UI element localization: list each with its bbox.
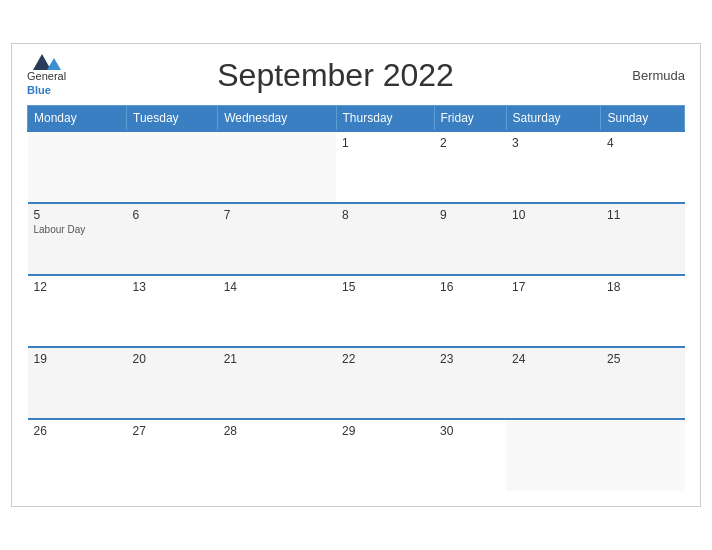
- day-number: 17: [512, 280, 595, 294]
- day-cell: 25: [601, 347, 685, 419]
- holiday-label: Labour Day: [34, 224, 121, 235]
- day-number: 12: [34, 280, 121, 294]
- day-number: 30: [440, 424, 500, 438]
- header-monday: Monday: [28, 105, 127, 131]
- week-row-2: 5Labour Day67891011: [28, 203, 685, 275]
- day-cell: [601, 419, 685, 491]
- header-thursday: Thursday: [336, 105, 434, 131]
- header-wednesday: Wednesday: [218, 105, 336, 131]
- day-number: 16: [440, 280, 500, 294]
- day-cell: 16: [434, 275, 506, 347]
- day-cell: [506, 419, 601, 491]
- week-row-5: 2627282930: [28, 419, 685, 491]
- calendar-header: General Blue September 2022 Bermuda: [27, 54, 685, 96]
- day-number: 6: [133, 208, 212, 222]
- day-cell: 22: [336, 347, 434, 419]
- day-number: 24: [512, 352, 595, 366]
- day-cell: 14: [218, 275, 336, 347]
- day-cell: 19: [28, 347, 127, 419]
- day-cell: 26: [28, 419, 127, 491]
- day-number: 10: [512, 208, 595, 222]
- header-friday: Friday: [434, 105, 506, 131]
- logo-blue: Blue: [27, 84, 51, 96]
- day-number: 29: [342, 424, 428, 438]
- day-cell: 15: [336, 275, 434, 347]
- week-row-4: 19202122232425: [28, 347, 685, 419]
- day-number: 22: [342, 352, 428, 366]
- day-cell: 21: [218, 347, 336, 419]
- day-cell: 17: [506, 275, 601, 347]
- day-cell: 1: [336, 131, 434, 203]
- calendar-table: Monday Tuesday Wednesday Thursday Friday…: [27, 105, 685, 491]
- day-cell: 11: [601, 203, 685, 275]
- day-cell: 4: [601, 131, 685, 203]
- day-number: 2: [440, 136, 500, 150]
- day-number: 27: [133, 424, 212, 438]
- day-cell: 20: [127, 347, 218, 419]
- day-number: 7: [224, 208, 330, 222]
- day-number: 4: [607, 136, 679, 150]
- day-cell: 3: [506, 131, 601, 203]
- day-cell: 27: [127, 419, 218, 491]
- day-number: 21: [224, 352, 330, 366]
- day-cell: [218, 131, 336, 203]
- day-number: 13: [133, 280, 212, 294]
- day-number: 9: [440, 208, 500, 222]
- day-number: 23: [440, 352, 500, 366]
- month-title: September 2022: [66, 57, 605, 94]
- day-cell: 9: [434, 203, 506, 275]
- day-cell: 13: [127, 275, 218, 347]
- day-cell: [28, 131, 127, 203]
- day-number: 14: [224, 280, 330, 294]
- logo-text: General Blue: [27, 70, 66, 96]
- day-cell: 28: [218, 419, 336, 491]
- day-number: 15: [342, 280, 428, 294]
- day-cell: 23: [434, 347, 506, 419]
- day-cell: 8: [336, 203, 434, 275]
- weekday-header-row: Monday Tuesday Wednesday Thursday Friday…: [28, 105, 685, 131]
- day-number: 28: [224, 424, 330, 438]
- day-cell: 7: [218, 203, 336, 275]
- day-number: 26: [34, 424, 121, 438]
- day-cell: [127, 131, 218, 203]
- day-number: 19: [34, 352, 121, 366]
- day-cell: 10: [506, 203, 601, 275]
- day-cell: 29: [336, 419, 434, 491]
- header-saturday: Saturday: [506, 105, 601, 131]
- day-cell: 5Labour Day: [28, 203, 127, 275]
- day-number: 25: [607, 352, 679, 366]
- day-number: 1: [342, 136, 428, 150]
- day-number: 11: [607, 208, 679, 222]
- week-row-3: 12131415161718: [28, 275, 685, 347]
- day-number: 20: [133, 352, 212, 366]
- calendar-container: General Blue September 2022 Bermuda Mond…: [11, 43, 701, 506]
- logo-triangle-blue: [47, 58, 61, 70]
- day-cell: 24: [506, 347, 601, 419]
- logo: General Blue: [27, 54, 66, 96]
- day-cell: 2: [434, 131, 506, 203]
- logo-general: General: [27, 70, 66, 82]
- day-number: 5: [34, 208, 121, 222]
- day-number: 8: [342, 208, 428, 222]
- day-cell: 6: [127, 203, 218, 275]
- day-cell: 12: [28, 275, 127, 347]
- day-number: 3: [512, 136, 595, 150]
- header-sunday: Sunday: [601, 105, 685, 131]
- day-number: 18: [607, 280, 679, 294]
- day-cell: 18: [601, 275, 685, 347]
- header-tuesday: Tuesday: [127, 105, 218, 131]
- week-row-1: 1234: [28, 131, 685, 203]
- day-cell: 30: [434, 419, 506, 491]
- region-label: Bermuda: [605, 68, 685, 83]
